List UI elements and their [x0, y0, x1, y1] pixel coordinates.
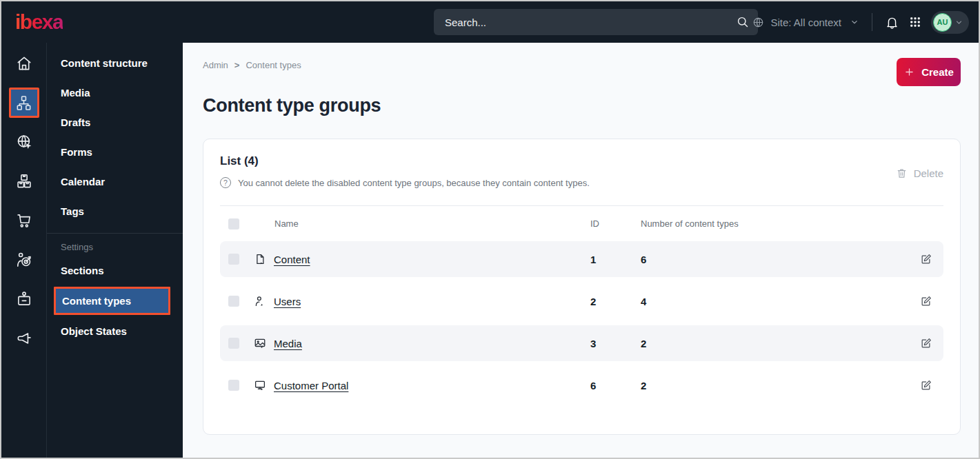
group-link[interactable]: Media — [274, 338, 302, 349]
column-header-count: Number of content types — [641, 218, 913, 229]
commerce-cart-icon — [15, 212, 33, 229]
main-content: Admin > Content types Create Content typ… — [183, 43, 979, 458]
home-icon — [15, 54, 33, 72]
topbar: ibexa Site: All context — [1, 1, 979, 43]
column-header-id: ID — [590, 218, 641, 229]
rail-item-orders[interactable] — [9, 284, 39, 314]
sidebar-divider — [47, 233, 183, 234]
product-boxes-icon — [15, 172, 33, 190]
users-icon — [254, 295, 266, 307]
rail-item-site[interactable] — [9, 127, 39, 157]
sidebar-item-forms[interactable]: Forms — [47, 137, 183, 167]
audience-target-icon — [15, 251, 33, 269]
group-link[interactable]: Content — [274, 254, 310, 265]
group-id: 3 — [590, 338, 641, 349]
badge-icon — [15, 290, 33, 308]
sidebar-item-sections[interactable]: Sections — [47, 256, 183, 285]
chevron-down-icon — [954, 18, 963, 27]
edit-button[interactable] — [920, 253, 932, 265]
group-count: 2 — [641, 338, 913, 349]
ibexa-logo: ibexa — [12, 12, 63, 32]
group-id: 6 — [590, 380, 641, 391]
site-context-label: Site: All context — [770, 17, 841, 28]
sidebar-item-drafts[interactable]: Drafts — [47, 108, 183, 137]
search-icon[interactable] — [736, 15, 750, 29]
media-image-icon — [254, 337, 266, 349]
page-title: Content type groups — [203, 95, 961, 116]
group-id: 2 — [590, 296, 641, 307]
edit-button[interactable] — [920, 337, 932, 349]
topbar-right: Site: All context AU — [752, 1, 969, 43]
column-header-name: Name — [254, 218, 590, 229]
avatar: AU — [933, 13, 952, 32]
help-question-icon: ? — [220, 177, 231, 188]
row-checkbox[interactable] — [228, 338, 239, 349]
rail-item-customers[interactable] — [9, 245, 39, 275]
group-count: 6 — [641, 254, 913, 265]
chevron-down-icon — [850, 17, 859, 27]
sidebar-item-object-states[interactable]: Object States — [47, 316, 183, 346]
group-count: 2 — [641, 380, 913, 391]
site-context-selector[interactable]: Site: All context — [752, 16, 859, 29]
group-link[interactable]: Users — [274, 296, 301, 307]
sidebar-item-calendar[interactable]: Calendar — [47, 167, 183, 196]
breadcrumb-current: Content types — [246, 60, 301, 70]
content-type-groups-card: List (4) ? You cannot delete the disable… — [203, 139, 961, 435]
rail-item-marketing[interactable] — [9, 323, 39, 354]
breadcrumb: Admin > Content types — [203, 58, 301, 70]
edit-button[interactable] — [920, 295, 932, 307]
list-info-text: You cannot delete the disabled content t… — [238, 178, 590, 188]
sidebar-heading-settings: Settings — [47, 238, 183, 256]
menu-sidebar: Content structure Media Drafts Forms Cal… — [46, 43, 183, 458]
row-checkbox[interactable] — [228, 380, 239, 391]
sidebar-item-media[interactable]: Media — [47, 78, 183, 108]
create-button-label: Create — [921, 66, 954, 78]
rail-item-products[interactable] — [9, 166, 39, 196]
user-menu[interactable]: AU — [931, 11, 969, 34]
table-row: Customer Portal 6 2 — [220, 367, 943, 403]
customer-portal-monitor-icon — [254, 379, 266, 391]
table-row: Media 3 2 — [220, 325, 943, 361]
site-globe-icon — [15, 133, 33, 151]
delete-button[interactable]: Delete — [896, 165, 943, 181]
notifications-bell-icon[interactable] — [885, 15, 899, 30]
globe-icon — [752, 16, 765, 29]
rail-item-commerce[interactable] — [9, 205, 39, 236]
rail-item-content[interactable] — [9, 88, 39, 118]
select-all-checkbox[interactable] — [228, 218, 239, 229]
ibexa-admin-app: ibexa Site: All context — [1, 1, 979, 458]
edit-button[interactable] — [920, 379, 932, 391]
rail-item-dashboard[interactable] — [9, 48, 39, 79]
row-checkbox[interactable] — [228, 254, 239, 265]
sidebar-item-tags[interactable]: Tags — [47, 196, 183, 226]
group-link[interactable]: Customer Portal — [274, 380, 348, 391]
search-input[interactable] — [445, 17, 736, 28]
icon-rail — [1, 43, 46, 458]
table-header-row: Name ID Number of content types — [220, 206, 943, 241]
group-count: 4 — [641, 296, 913, 307]
app-grid-icon[interactable] — [909, 16, 921, 28]
content-file-icon — [254, 253, 266, 265]
content-structure-icon — [15, 94, 32, 112]
table-row: Users 2 4 — [220, 283, 943, 319]
sidebar-item-content-types[interactable]: Content types — [54, 287, 170, 315]
global-search[interactable] — [434, 9, 758, 35]
create-button[interactable]: Create — [897, 58, 961, 86]
delete-button-label: Delete — [914, 167, 943, 179]
trash-icon — [896, 167, 908, 179]
table-row: Content 1 6 — [220, 241, 943, 277]
sidebar-item-content-structure[interactable]: Content structure — [47, 48, 183, 78]
content-type-groups-table: Name ID Number of content types — [220, 205, 943, 403]
breadcrumb-admin[interactable]: Admin — [203, 60, 228, 70]
list-title: List (4) — [220, 154, 590, 168]
megaphone-icon — [15, 329, 33, 347]
plus-icon — [903, 66, 915, 78]
breadcrumb-separator: > — [234, 60, 240, 70]
topbar-divider — [872, 13, 872, 31]
row-checkbox[interactable] — [228, 296, 239, 307]
group-id: 1 — [590, 254, 641, 265]
